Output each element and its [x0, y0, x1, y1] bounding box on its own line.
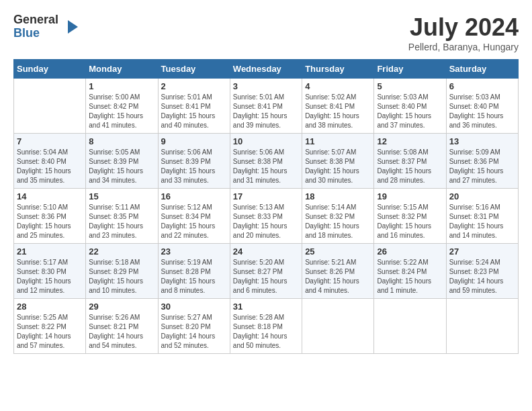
day-number: 25	[305, 246, 371, 257]
title-area: July 2024 Pellerd, Baranya, Hungary	[408, 13, 519, 52]
day-info: Sunrise: 5:17 AM Sunset: 8:30 PM Dayligh…	[17, 258, 83, 295]
header-saturday: Saturday	[446, 60, 518, 79]
calendar-cell: 2Sunrise: 5:01 AM Sunset: 8:41 PM Daylig…	[158, 79, 230, 134]
day-number: 2	[161, 81, 227, 91]
day-info: Sunrise: 5:03 AM Sunset: 8:40 PM Dayligh…	[449, 93, 515, 130]
calendar-cell: 25Sunrise: 5:21 AM Sunset: 8:26 PM Dayli…	[302, 244, 374, 299]
calendar-cell: 17Sunrise: 5:13 AM Sunset: 8:33 PM Dayli…	[230, 189, 302, 244]
calendar-cell: 21Sunrise: 5:17 AM Sunset: 8:30 PM Dayli…	[14, 244, 86, 299]
day-number: 26	[377, 246, 443, 257]
day-info: Sunrise: 5:11 AM Sunset: 8:35 PM Dayligh…	[89, 203, 154, 240]
day-number: 24	[233, 246, 299, 257]
svg-marker-0	[68, 20, 78, 34]
week-row-3: 14Sunrise: 5:10 AM Sunset: 8:36 PM Dayli…	[14, 189, 519, 244]
day-info: Sunrise: 5:06 AM Sunset: 8:38 PM Dayligh…	[233, 148, 299, 185]
calendar-cell: 5Sunrise: 5:03 AM Sunset: 8:40 PM Daylig…	[374, 79, 446, 134]
day-number: 19	[377, 191, 443, 201]
header-friday: Friday	[374, 60, 446, 79]
header-monday: Monday	[86, 60, 158, 79]
calendar-cell: 9Sunrise: 5:06 AM Sunset: 8:39 PM Daylig…	[158, 134, 230, 189]
calendar-cell: 12Sunrise: 5:08 AM Sunset: 8:37 PM Dayli…	[374, 134, 446, 189]
day-number: 12	[377, 136, 443, 146]
day-number: 8	[89, 136, 154, 146]
calendar-cell: 10Sunrise: 5:06 AM Sunset: 8:38 PM Dayli…	[230, 134, 302, 189]
calendar-header-row: SundayMondayTuesdayWednesdayThursdayFrid…	[14, 60, 519, 79]
calendar-cell: 26Sunrise: 5:22 AM Sunset: 8:24 PM Dayli…	[374, 244, 446, 299]
calendar-cell: 4Sunrise: 5:02 AM Sunset: 8:41 PM Daylig…	[302, 79, 374, 134]
day-number: 9	[161, 136, 227, 146]
day-info: Sunrise: 5:03 AM Sunset: 8:40 PM Dayligh…	[377, 93, 443, 130]
day-info: Sunrise: 5:08 AM Sunset: 8:37 PM Dayligh…	[377, 148, 443, 185]
day-info: Sunrise: 5:22 AM Sunset: 8:24 PM Dayligh…	[377, 258, 443, 295]
week-row-4: 21Sunrise: 5:17 AM Sunset: 8:30 PM Dayli…	[14, 244, 519, 299]
calendar-cell: 13Sunrise: 5:09 AM Sunset: 8:36 PM Dayli…	[446, 134, 518, 189]
day-info: Sunrise: 5:02 AM Sunset: 8:41 PM Dayligh…	[305, 93, 371, 130]
calendar-cell: 22Sunrise: 5:18 AM Sunset: 8:29 PM Dayli…	[86, 244, 158, 299]
header-tuesday: Tuesday	[158, 60, 230, 79]
week-row-5: 28Sunrise: 5:25 AM Sunset: 8:22 PM Dayli…	[14, 299, 519, 354]
header-thursday: Thursday	[302, 60, 374, 79]
calendar-cell: 8Sunrise: 5:05 AM Sunset: 8:39 PM Daylig…	[86, 134, 158, 189]
day-number: 16	[161, 191, 227, 201]
month-title: July 2024	[408, 13, 519, 42]
logo-text: General Blue	[13, 13, 58, 40]
day-number: 17	[233, 191, 299, 201]
day-number: 29	[89, 302, 154, 312]
day-number: 6	[449, 81, 515, 91]
header-sunday: Sunday	[14, 60, 86, 79]
calendar-cell: 24Sunrise: 5:20 AM Sunset: 8:27 PM Dayli…	[230, 244, 302, 299]
day-number: 28	[17, 302, 83, 312]
day-number: 10	[233, 136, 299, 146]
day-info: Sunrise: 5:20 AM Sunset: 8:27 PM Dayligh…	[233, 258, 299, 295]
week-row-1: 1Sunrise: 5:00 AM Sunset: 8:42 PM Daylig…	[14, 79, 519, 134]
day-number: 11	[305, 136, 371, 146]
calendar-cell: 27Sunrise: 5:24 AM Sunset: 8:23 PM Dayli…	[446, 244, 518, 299]
day-info: Sunrise: 5:09 AM Sunset: 8:36 PM Dayligh…	[449, 148, 515, 185]
day-info: Sunrise: 5:04 AM Sunset: 8:40 PM Dayligh…	[17, 148, 83, 185]
day-number: 7	[17, 136, 83, 146]
day-number: 15	[89, 191, 154, 201]
day-info: Sunrise: 5:10 AM Sunset: 8:36 PM Dayligh…	[17, 203, 83, 240]
day-number: 3	[233, 81, 299, 91]
calendar: SundayMondayTuesdayWednesdayThursdayFrid…	[13, 59, 519, 354]
calendar-cell: 16Sunrise: 5:12 AM Sunset: 8:34 PM Dayli…	[158, 189, 230, 244]
day-number: 31	[233, 302, 299, 312]
day-number: 22	[89, 246, 154, 257]
day-info: Sunrise: 5:24 AM Sunset: 8:23 PM Dayligh…	[449, 258, 515, 295]
day-info: Sunrise: 5:15 AM Sunset: 8:32 PM Dayligh…	[377, 203, 443, 240]
day-info: Sunrise: 5:25 AM Sunset: 8:22 PM Dayligh…	[17, 313, 83, 351]
day-info: Sunrise: 5:06 AM Sunset: 8:39 PM Dayligh…	[161, 148, 227, 185]
calendar-cell: 30Sunrise: 5:27 AM Sunset: 8:20 PM Dayli…	[158, 299, 230, 354]
day-number: 21	[17, 246, 83, 257]
logo-general: General	[13, 13, 58, 27]
calendar-cell: 1Sunrise: 5:00 AM Sunset: 8:42 PM Daylig…	[86, 79, 158, 134]
logo-icon	[61, 17, 81, 37]
week-row-2: 7Sunrise: 5:04 AM Sunset: 8:40 PM Daylig…	[14, 134, 519, 189]
calendar-cell: 23Sunrise: 5:19 AM Sunset: 8:28 PM Dayli…	[158, 244, 230, 299]
day-info: Sunrise: 5:18 AM Sunset: 8:29 PM Dayligh…	[89, 258, 154, 295]
day-number: 4	[305, 81, 371, 91]
day-info: Sunrise: 5:26 AM Sunset: 8:21 PM Dayligh…	[89, 313, 154, 351]
calendar-cell: 14Sunrise: 5:10 AM Sunset: 8:36 PM Dayli…	[14, 189, 86, 244]
calendar-cell: 11Sunrise: 5:07 AM Sunset: 8:38 PM Dayli…	[302, 134, 374, 189]
logo: General Blue	[13, 13, 81, 40]
calendar-cell: 15Sunrise: 5:11 AM Sunset: 8:35 PM Dayli…	[86, 189, 158, 244]
day-info: Sunrise: 5:28 AM Sunset: 8:18 PM Dayligh…	[233, 313, 299, 351]
day-number: 14	[17, 191, 83, 201]
day-number: 1	[89, 81, 154, 91]
calendar-cell	[446, 299, 518, 354]
day-info: Sunrise: 5:21 AM Sunset: 8:26 PM Dayligh…	[305, 258, 371, 295]
day-info: Sunrise: 5:01 AM Sunset: 8:41 PM Dayligh…	[161, 93, 227, 130]
day-info: Sunrise: 5:14 AM Sunset: 8:32 PM Dayligh…	[305, 203, 371, 240]
day-number: 18	[305, 191, 371, 201]
day-info: Sunrise: 5:00 AM Sunset: 8:42 PM Dayligh…	[89, 93, 154, 130]
day-info: Sunrise: 5:12 AM Sunset: 8:34 PM Dayligh…	[161, 203, 227, 240]
header: General Blue July 2024 Pellerd, Baranya,…	[13, 13, 519, 52]
calendar-cell	[374, 299, 446, 354]
calendar-cell: 3Sunrise: 5:01 AM Sunset: 8:41 PM Daylig…	[230, 79, 302, 134]
calendar-cell	[14, 79, 86, 134]
day-number: 13	[449, 136, 515, 146]
day-number: 23	[161, 246, 227, 257]
subtitle: Pellerd, Baranya, Hungary	[408, 42, 519, 52]
day-info: Sunrise: 5:27 AM Sunset: 8:20 PM Dayligh…	[161, 313, 227, 351]
